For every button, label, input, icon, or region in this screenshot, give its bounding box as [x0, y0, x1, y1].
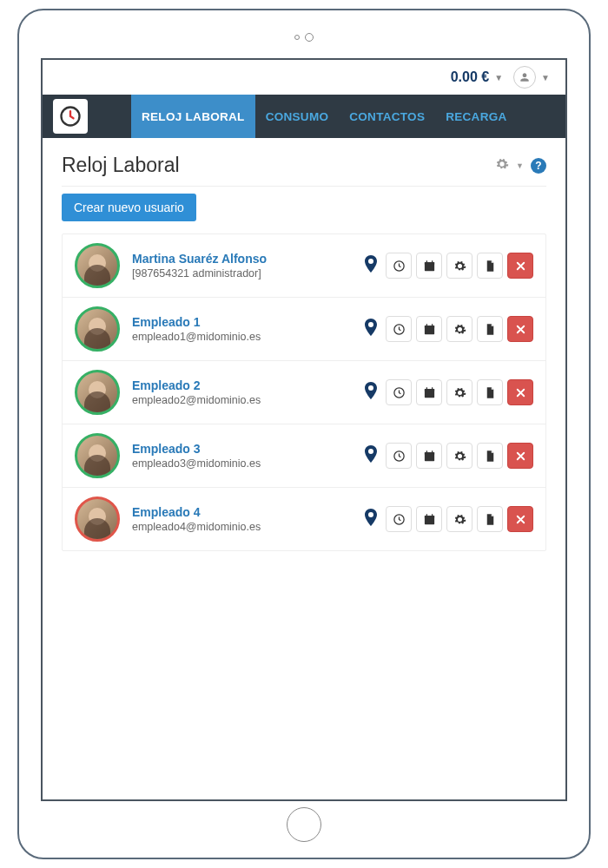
- user-info: Empleado 4 empleado4@midominio.es: [132, 505, 348, 533]
- gear-icon: [453, 260, 466, 273]
- app-logo[interactable]: [53, 99, 88, 134]
- gear-icon: [453, 513, 466, 526]
- user-name[interactable]: Martina Suaréz Alfonso: [132, 252, 348, 266]
- avatar[interactable]: [75, 370, 120, 415]
- row-actions: [360, 378, 533, 406]
- svg-rect-8: [424, 326, 433, 328]
- delete-button[interactable]: [507, 253, 533, 279]
- document-button[interactable]: [477, 506, 503, 532]
- nav-tab-contactos[interactable]: CONTACTOS: [339, 95, 435, 138]
- calendar-icon: [423, 260, 436, 273]
- user-sub: empleado4@midominio.es: [132, 521, 348, 533]
- row-actions: [360, 505, 533, 533]
- top-bar: 0.00 € ▼ ▼: [43, 60, 565, 95]
- delete-button[interactable]: [507, 379, 533, 405]
- user-row: Martina Suaréz Alfonso [987654321 admini…: [63, 234, 545, 298]
- location-button[interactable]: [360, 315, 381, 343]
- avatar[interactable]: [75, 433, 120, 478]
- tablet-frame: 0.00 € ▼ ▼ RELOJ LABORAL CONSUMO CONTACT…: [17, 9, 591, 859]
- gear-icon: [453, 386, 466, 399]
- delete-button[interactable]: [507, 443, 533, 469]
- calendar-button[interactable]: [416, 253, 442, 279]
- document-button[interactable]: [477, 316, 503, 342]
- document-icon: [484, 323, 497, 336]
- gear-icon: [453, 323, 466, 336]
- user-row: Empleado 1 empleado1@midominio.es: [63, 298, 545, 361]
- calendar-button[interactable]: [416, 443, 442, 469]
- clock-icon: [393, 323, 406, 336]
- page-settings-button[interactable]: [495, 157, 509, 174]
- settings-caret-icon[interactable]: ▼: [516, 161, 524, 170]
- avatar[interactable]: [75, 306, 120, 352]
- user-name[interactable]: Empleado 4: [132, 505, 348, 519]
- history-button[interactable]: [386, 506, 412, 532]
- document-button[interactable]: [477, 443, 503, 469]
- user-name[interactable]: Empleado 1: [132, 315, 348, 329]
- settings-button[interactable]: [446, 443, 473, 469]
- nav-tab-recarga[interactable]: RECARGA: [435, 95, 517, 138]
- history-button[interactable]: [386, 253, 412, 279]
- close-icon: [514, 386, 527, 399]
- user-name[interactable]: Empleado 2: [132, 378, 348, 392]
- document-icon: [484, 450, 497, 463]
- svg-rect-14: [426, 387, 426, 390]
- clock-icon: [393, 513, 406, 526]
- tablet-home-button[interactable]: [287, 807, 321, 842]
- nav-tab-consumo[interactable]: CONSUMO: [255, 95, 340, 138]
- clock-logo-icon: [58, 104, 83, 128]
- close-icon: [514, 513, 527, 526]
- calendar-button[interactable]: [416, 316, 442, 342]
- nav-tab-reloj-laboral[interactable]: RELOJ LABORAL: [131, 95, 255, 138]
- svg-rect-3: [424, 262, 433, 265]
- settings-button[interactable]: [446, 253, 473, 279]
- user-info: Empleado 2 empleado2@midominio.es: [132, 378, 348, 406]
- delete-button[interactable]: [507, 316, 533, 342]
- location-button[interactable]: [360, 505, 381, 533]
- history-button[interactable]: [386, 443, 412, 469]
- row-actions: [360, 442, 533, 470]
- svg-rect-19: [426, 450, 426, 453]
- gear-icon: [453, 450, 466, 463]
- history-button[interactable]: [386, 379, 412, 405]
- avatar[interactable]: [75, 496, 120, 542]
- user-menu[interactable]: [513, 66, 536, 89]
- calendar-icon: [423, 513, 436, 526]
- create-user-button[interactable]: Crear nuevo usuario: [62, 194, 196, 221]
- location-pin-icon: [360, 505, 381, 529]
- location-button[interactable]: [360, 442, 381, 470]
- svg-rect-13: [424, 389, 433, 391]
- svg-rect-4: [426, 260, 426, 263]
- user-info: Martina Suaréz Alfonso [987654321 admini…: [132, 252, 348, 279]
- location-pin-icon: [360, 252, 381, 276]
- app-screen: 0.00 € ▼ ▼ RELOJ LABORAL CONSUMO CONTACT…: [41, 58, 567, 801]
- history-button[interactable]: [386, 316, 412, 342]
- user-name[interactable]: Empleado 3: [132, 442, 348, 456]
- main-content: Reloj Laboral ▼ ? Crear nuevo usuario Ma…: [43, 138, 565, 567]
- settings-button[interactable]: [446, 506, 473, 532]
- calendar-button[interactable]: [416, 506, 442, 532]
- balance-caret-icon[interactable]: ▼: [494, 73, 503, 82]
- user-caret-icon[interactable]: ▼: [541, 73, 550, 82]
- close-icon: [514, 323, 527, 336]
- calendar-icon: [423, 386, 436, 399]
- location-button[interactable]: [360, 378, 381, 406]
- close-icon: [514, 260, 527, 273]
- settings-button[interactable]: [446, 316, 473, 342]
- avatar[interactable]: [75, 243, 120, 288]
- document-icon: [484, 260, 497, 273]
- user-sub: empleado2@midominio.es: [132, 394, 348, 406]
- document-icon: [484, 513, 497, 526]
- document-button[interactable]: [477, 253, 503, 279]
- settings-button[interactable]: [446, 379, 473, 405]
- calendar-button[interactable]: [416, 379, 442, 405]
- delete-button[interactable]: [507, 506, 533, 532]
- page-title: Reloj Laboral: [62, 154, 180, 177]
- location-button[interactable]: [360, 252, 381, 279]
- help-button[interactable]: ?: [531, 158, 546, 174]
- location-pin-icon: [360, 442, 381, 466]
- close-icon: [514, 450, 527, 463]
- row-actions: [360, 252, 533, 279]
- document-icon: [484, 386, 497, 399]
- svg-rect-18: [424, 452, 433, 455]
- document-button[interactable]: [477, 379, 503, 405]
